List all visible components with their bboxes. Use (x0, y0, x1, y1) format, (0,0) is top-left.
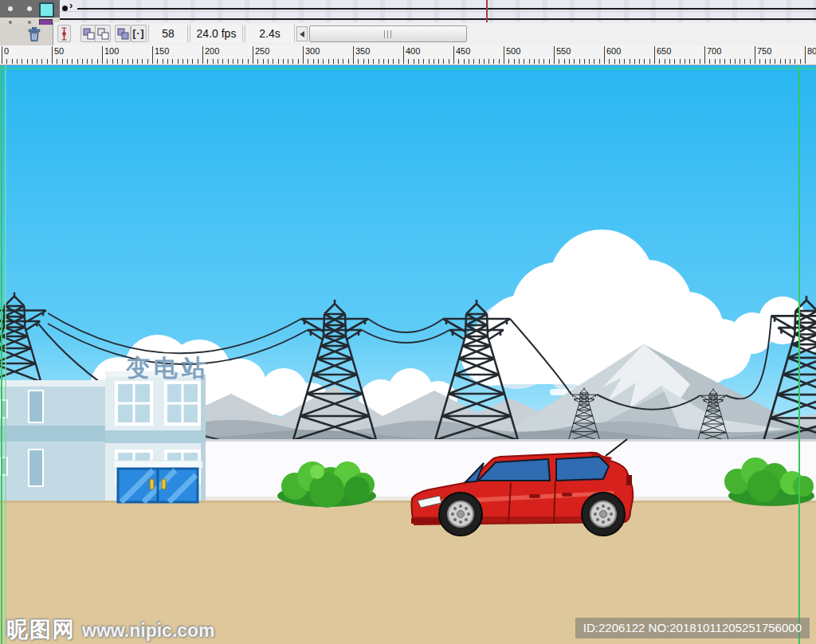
ruler-major-tick (202, 46, 203, 64)
substation-building[interactable] (0, 371, 206, 502)
car-front-wheel (439, 493, 482, 536)
ruler-minor-tick (414, 59, 414, 64)
ruler-minor-tick (207, 59, 208, 64)
frame-row[interactable] (60, 11, 816, 22)
ruler-major-tick (654, 46, 655, 64)
ruler-minor-tick (257, 59, 258, 64)
layer-lock-dot[interactable] (28, 21, 31, 24)
tween-span-line (60, 18, 816, 20)
ruler-minor-tick (508, 59, 509, 64)
ruler-minor-tick (242, 59, 243, 64)
ruler-minor-tick (479, 59, 480, 64)
layer-visibility-dot[interactable] (9, 21, 12, 24)
ruler-minor-tick (137, 59, 138, 64)
ruler-minor-tick (488, 59, 489, 64)
ruler-minor-tick (644, 59, 645, 64)
ruler-minor-tick (715, 59, 716, 64)
ruler-minor-tick (263, 59, 264, 64)
modify-markers-button[interactable]: [·] (131, 25, 147, 42)
timeline-frames[interactable]: › (60, 0, 816, 23)
ruler-minor-tick (619, 59, 620, 64)
ruler-minor-tick (469, 59, 469, 64)
ruler-major-tick (102, 46, 103, 64)
ruler-minor-tick (147, 59, 148, 64)
ruler-minor-tick (328, 59, 329, 64)
layer-outline-color-swatch[interactable] (39, 19, 53, 25)
ruler-minor-tick (685, 59, 685, 64)
keyframe-dot[interactable] (62, 6, 68, 11)
ruler-minor-tick (630, 59, 630, 64)
ruler-minor-tick (132, 59, 133, 64)
ruler-major-tick (303, 46, 304, 64)
ruler-major-tick (755, 46, 755, 64)
layer-visibility-dot[interactable] (8, 6, 13, 11)
substation-label: 变电站 (125, 355, 210, 381)
onion-skin-icon (83, 28, 95, 40)
layer-row-2[interactable] (0, 18, 60, 25)
timeline-status-bar: [·] 58 24.0 fps 2.4s (53, 22, 816, 46)
timeline-panel: › (0, 0, 816, 45)
ruler-major-tick (453, 46, 454, 64)
playhead[interactable] (486, 0, 488, 22)
glass-doors[interactable] (118, 469, 198, 502)
ruler-minor-tick (674, 59, 675, 64)
ruler-minor-tick (569, 59, 570, 64)
ruler-minor-tick (333, 59, 334, 64)
ruler-label: 350 (355, 46, 370, 56)
ruler-minor-tick (759, 59, 760, 64)
ruler-minor-tick (27, 59, 28, 64)
ruler-minor-tick (213, 59, 214, 64)
ruler-minor-tick (680, 59, 681, 64)
elapsed-time-field[interactable]: 2.4s (245, 25, 295, 42)
ruler-minor-tick (17, 59, 18, 64)
frame-rate-field[interactable]: 24.0 fps (190, 25, 243, 42)
ruler-minor-tick (82, 59, 83, 64)
layer-outline-color-swatch[interactable] (39, 2, 54, 18)
ruler-minor-tick (589, 59, 590, 64)
ruler-minor-tick (308, 59, 308, 64)
center-frame-button[interactable] (57, 25, 71, 42)
ruler-minor-tick (92, 59, 92, 64)
onion-skin-button[interactable] (80, 25, 96, 42)
ruler-minor-tick (222, 59, 223, 64)
ruler-minor-tick (669, 59, 670, 64)
ruler-minor-tick (665, 59, 665, 64)
layer-row-selected[interactable] (0, 0, 60, 18)
ruler-minor-tick (313, 59, 314, 64)
ruler-minor-tick (694, 59, 695, 64)
layer-lock-dot[interactable] (27, 6, 32, 11)
door-handle (162, 479, 166, 489)
ruler-label: 0 (4, 46, 9, 56)
scrollbar-left-arrow[interactable] (296, 26, 308, 41)
ruler-minor-tick (423, 59, 424, 64)
frame-row[interactable]: › (60, 0, 816, 12)
ruler-minor-tick (458, 59, 459, 64)
ruler-minor-tick (383, 59, 384, 64)
ruler-label: 50 (54, 46, 64, 56)
current-frame-field[interactable]: 58 (148, 25, 188, 42)
ruler-minor-tick (87, 59, 88, 64)
ruler-minor-tick (67, 59, 68, 64)
onion-skin-outlines-button[interactable] (95, 25, 111, 42)
ruler-minor-tick (584, 59, 585, 64)
stage-canvas[interactable]: 变电站 (0, 65, 816, 644)
ruler-minor-tick (22, 59, 22, 64)
scrollbar-left-arrow-icon (300, 31, 304, 37)
ruler-minor-tick (770, 59, 771, 64)
ruler-minor-tick (288, 59, 288, 64)
ruler-major-tick (353, 46, 354, 64)
ruler-minor-tick (473, 59, 474, 64)
delete-layer-trash-icon[interactable] (26, 26, 42, 42)
ruler-minor-tick (418, 59, 419, 64)
ruler-minor-tick (543, 59, 544, 64)
edit-multiple-frames-button[interactable] (115, 25, 131, 42)
ruler-minor-tick (323, 59, 324, 64)
ruler-label: 750 (757, 46, 771, 56)
ruler-minor-tick (172, 59, 173, 64)
center-frame-icon (59, 27, 69, 41)
ruler-minor-tick (187, 59, 188, 64)
timeline-scrollbar-thumb[interactable] (309, 26, 467, 42)
ruler-minor-tick (47, 59, 48, 64)
ruler-major-tick (504, 46, 504, 64)
ruler-minor-tick (368, 59, 369, 64)
